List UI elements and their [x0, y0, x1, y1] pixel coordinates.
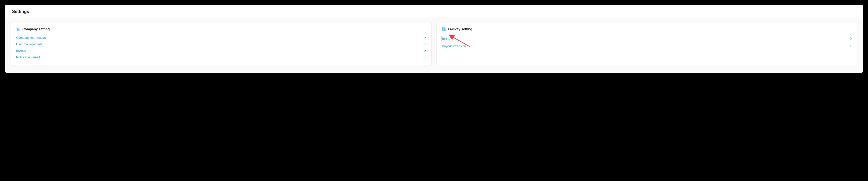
user-management-item[interactable]: User management	[16, 41, 426, 48]
chevron-right-icon	[424, 36, 426, 39]
company-setting-card: Company setting Company information User…	[10, 23, 432, 65]
card-header-owlpay: OwlPay setting	[442, 27, 852, 31]
svg-rect-4	[17, 29, 18, 30]
owlpay-setting-card: OwlPay setting Billing Payout extension	[436, 23, 858, 65]
list-item-label: Billing	[442, 37, 451, 40]
svg-rect-6	[442, 27, 444, 29]
page-header: Settings	[5, 5, 863, 18]
list-item-label: User management	[16, 42, 42, 46]
list-item-label: Payout extension	[442, 44, 466, 48]
list-item-label: Invoice	[16, 49, 26, 53]
billing-item[interactable]: Billing	[442, 34, 852, 43]
list-item-label: Company information	[16, 36, 46, 39]
svg-rect-1	[19, 29, 20, 31]
svg-rect-2	[17, 28, 18, 29]
building-icon	[16, 27, 20, 31]
svg-rect-7	[444, 27, 445, 29]
card-title-company: Company setting	[22, 27, 50, 31]
chevron-right-icon	[424, 42, 426, 46]
card-header-company: Company setting	[16, 27, 426, 31]
annotation-highlight: Billing	[441, 36, 453, 41]
grid-icon	[442, 27, 446, 31]
invoice-item[interactable]: Invoice	[16, 48, 426, 54]
page-title: Settings	[12, 9, 856, 14]
card-title-owlpay: OwlPay setting	[448, 27, 472, 31]
company-information-item[interactable]: Company information	[16, 34, 426, 41]
settings-page: Settings Company setting C	[5, 5, 863, 73]
svg-rect-3	[18, 28, 18, 29]
settings-content: Company setting Company information User…	[5, 18, 863, 73]
payout-extension-item[interactable]: Payout extension	[442, 43, 852, 49]
chevron-right-icon	[424, 49, 426, 53]
svg-rect-8	[442, 29, 444, 31]
list-item-label: Notification email	[16, 55, 40, 59]
svg-rect-9	[444, 29, 445, 31]
svg-rect-5	[18, 29, 18, 30]
chevron-right-icon	[424, 56, 426, 59]
notification-email-item[interactable]: Notification email	[16, 54, 426, 60]
chevron-right-icon	[850, 44, 852, 48]
chevron-right-icon	[850, 37, 852, 40]
